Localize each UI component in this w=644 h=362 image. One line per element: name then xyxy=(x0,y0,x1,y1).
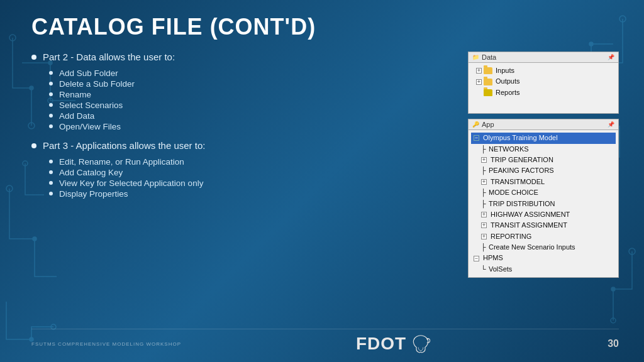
tree-row-inputs: + Inputs xyxy=(471,65,616,76)
tree-row-olympus: − Olympus Training Model xyxy=(471,133,616,143)
footer: FSUTMS COMPREHENSIVE MODELING WORKSHOP F… xyxy=(31,329,619,356)
main-area: Part 2 - Data allows the user to: Add Su… xyxy=(31,52,619,326)
tree-row-highway: + HIGHWAY ASSIGNMENT xyxy=(471,209,616,220)
part3-items: Edit, Rename, or Run Application Add Cat… xyxy=(49,157,449,199)
fdot-pelican-icon xyxy=(409,333,433,354)
left-content: Part 2 - Data allows the user to: Add Su… xyxy=(31,52,449,326)
tree-row-trip-gen: + TRIP GENERATION xyxy=(471,155,616,165)
folder-icon xyxy=(484,89,492,96)
app-tree-body: − Olympus Training Model ├ NETWORKS + TR… xyxy=(469,130,618,277)
app-tree: 🔑 App 📌 − Olympus Training Model ├ NETWO… xyxy=(468,119,619,278)
list-item: Display Properties xyxy=(49,189,449,199)
svg-point-20 xyxy=(427,339,428,340)
folder-icon xyxy=(484,79,492,85)
bullet-dot xyxy=(31,55,36,60)
list-item: Add Sub Folder xyxy=(49,69,449,78)
list-item: Open/View Files xyxy=(49,122,449,131)
list-item: Delete a Sub Folder xyxy=(49,79,449,89)
list-item: View Key for Selected Application only xyxy=(49,178,449,188)
fdot-text: FDOT xyxy=(356,334,406,354)
fdot-logo: FDOT xyxy=(356,333,433,354)
tree-row-transitmodel: + TRANSITMODEL xyxy=(471,177,616,187)
tree-row-mode-choice: ├ MODE CHOICE xyxy=(471,187,616,198)
tree-row-transit-assign: + TRANSIT ASSIGNMENT xyxy=(471,220,616,231)
workshop-label: FSUTMS COMPREHENSIVE MODELING WORKSHOP xyxy=(31,341,181,347)
app-tree-header: 🔑 App 📌 xyxy=(469,119,618,130)
tree-row-reporting: + REPORTING xyxy=(471,231,616,242)
folder-icon xyxy=(484,67,492,74)
bullet-dot xyxy=(31,143,36,148)
tree-row-hpms: − HPMS xyxy=(471,253,616,263)
page-number: 30 xyxy=(608,338,619,349)
part3-heading: Part 3 - Applications allows the user to… xyxy=(31,140,449,151)
data-tree-header: 📁 Data 📌 xyxy=(469,52,618,63)
tree-row-create-scenario: ├ Create New Scenario Inputs xyxy=(471,242,616,253)
list-item: Select Scenarios xyxy=(49,101,449,110)
part2-items: Add Sub Folder Delete a Sub Folder Renam… xyxy=(49,69,449,131)
slide-content: CATALOG FILE (CONT'D) Part 2 - Data allo… xyxy=(0,0,644,362)
data-tree: 📁 Data 📌 + Inputs + Outputs xyxy=(468,52,619,114)
data-tree-body: + Inputs + Outputs Reports xyxy=(469,63,618,113)
list-item: Add Data xyxy=(49,111,449,121)
right-panel: 📁 Data 📌 + Inputs + Outputs xyxy=(468,52,619,326)
list-item: Rename xyxy=(49,90,449,99)
list-item: Edit, Rename, or Run Application xyxy=(49,157,449,167)
tree-row-outputs: + Outputs xyxy=(471,76,616,87)
list-item: Add Catalog Key xyxy=(49,168,449,177)
slide-title: CATALOG FILE (CONT'D) xyxy=(31,14,619,40)
part2-heading: Part 2 - Data allows the user to: xyxy=(31,52,449,62)
tree-row-trip-dist: ├ TRIP DISTRIBUTION xyxy=(471,199,616,209)
tree-row-networks: ├ NETWORKS xyxy=(471,144,616,155)
tree-row-volsets: └ VolSets xyxy=(471,264,616,275)
tree-row-reports: Reports xyxy=(471,87,616,98)
tree-row-peaking: ├ PEAKING FACTORS xyxy=(471,165,616,176)
